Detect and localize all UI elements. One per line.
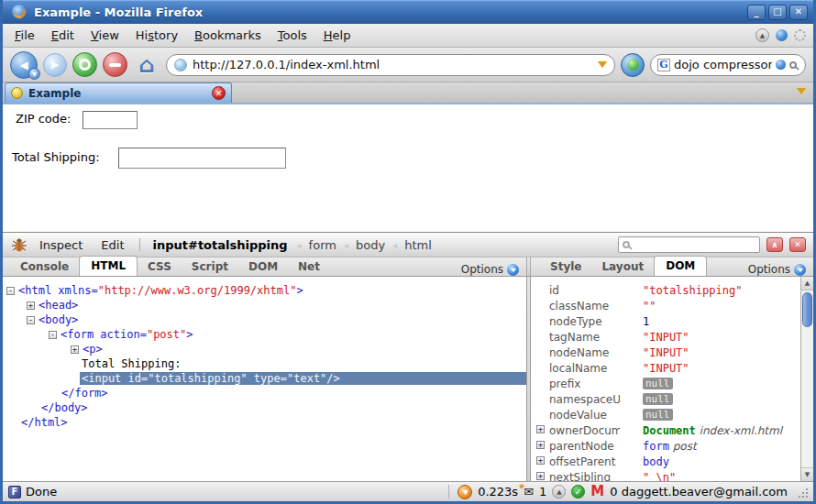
breadcrumb-body[interactable]: body (348, 238, 392, 252)
fb-tab-css[interactable]: CSS (138, 257, 182, 276)
web-search-input[interactable] (674, 58, 772, 71)
fb-side-tab-dom[interactable]: DOM (654, 256, 707, 276)
collapse-icon[interactable]: - (6, 287, 15, 295)
tab-close-icon[interactable]: ✕ (212, 86, 226, 100)
expand-icon[interactable]: + (71, 345, 79, 354)
site-favicon (174, 59, 187, 71)
window-title: Example - Mozilla Firefox (34, 5, 203, 19)
tree-row[interactable]: +<head> (3, 298, 526, 312)
firebug-icon[interactable] (10, 237, 28, 252)
collapse-icon[interactable]: - (49, 331, 57, 339)
zip-code-input[interactable] (83, 111, 138, 129)
dom-row[interactable]: +ownerDocumentDocument index-xml.html (531, 422, 800, 438)
dom-row[interactable]: className"" (531, 298, 800, 313)
gmail-icon[interactable]: M (590, 485, 604, 499)
tree-row[interactable]: -<body> (3, 312, 526, 327)
breadcrumb-html[interactable]: html (397, 238, 439, 252)
extension-f-icon[interactable]: F (8, 486, 21, 499)
scrollbar-thumb[interactable] (802, 292, 812, 327)
total-shipping-input[interactable] (118, 148, 286, 169)
home-button[interactable]: ⌂ (133, 51, 160, 79)
update-icon[interactable]: ▲ (755, 28, 769, 42)
dom-row[interactable]: +offsetParentbody (531, 454, 800, 469)
property-value: Document index-xml.html (643, 424, 782, 437)
menu-help[interactable]: Help (315, 26, 359, 45)
url-input[interactable] (193, 58, 592, 71)
google-engine-icon[interactable]: G (657, 59, 670, 71)
forward-button[interactable]: ▶ (43, 53, 67, 77)
fb-tab-net[interactable]: Net (288, 257, 330, 276)
dom-row[interactable]: nodeValuenull (531, 407, 800, 422)
html-tree-panel: -<html xmlns="http://www.w3.org/1999/xht… (3, 277, 526, 481)
search-go-icon[interactable] (789, 61, 797, 69)
options-label: Options (461, 263, 503, 276)
firebug-close-button[interactable]: ✕ (789, 237, 806, 252)
left-options-menu[interactable]: Options (461, 263, 526, 276)
tree-row[interactable]: -<form action="post"> (3, 327, 526, 342)
reload-button[interactable] (72, 52, 97, 77)
minimize-button[interactable]: _ (747, 5, 766, 20)
list-all-tabs-icon[interactable] (797, 88, 806, 94)
dom-row[interactable]: +parentNodeform post (531, 438, 800, 454)
go-button[interactable] (621, 53, 645, 77)
back-button[interactable]: ◀▼ (10, 51, 38, 79)
dom-panel-scrollbar[interactable]: ▲ ▼ (800, 277, 813, 481)
dom-row[interactable]: nodeType1 (531, 313, 800, 329)
dom-row[interactable]: +nextSibling" \n" (531, 469, 800, 481)
back-history-dropdown-icon[interactable]: ▼ (28, 68, 40, 80)
fb-side-tab-style[interactable]: Style (540, 257, 591, 276)
scroll-up-icon[interactable]: ▲ (801, 277, 813, 290)
dom-row[interactable]: localName"INPUT" (531, 360, 800, 376)
expand-icon[interactable]: + (536, 441, 545, 449)
tree-row[interactable]: +<p> (3, 342, 526, 356)
property-name: localName (549, 362, 620, 375)
firebug-minimize-button[interactable]: ∧ (766, 237, 783, 252)
edit-button[interactable]: Edit (94, 238, 131, 252)
fb-tab-dom[interactable]: DOM (238, 257, 288, 276)
menu-view[interactable]: View (83, 26, 127, 45)
dom-row[interactable]: id"totalshipping" (531, 282, 800, 298)
close-button[interactable]: ✕ (789, 5, 808, 20)
resize-grip[interactable] (797, 487, 808, 498)
inspect-button[interactable]: Inspect (32, 238, 90, 252)
search-engine-dropdown-icon[interactable] (776, 60, 786, 70)
tree-row[interactable]: </form> (3, 386, 526, 400)
maximize-button[interactable]: □ (768, 5, 787, 20)
tree-row[interactable]: Total Shipping: (3, 356, 526, 371)
tab-label: Example (28, 87, 206, 100)
breadcrumb-selected-node[interactable]: input#totalshipping (148, 238, 293, 252)
dom-row[interactable]: prefixnull (531, 376, 800, 391)
collapse-icon[interactable]: - (27, 316, 35, 324)
fb-tab-html[interactable]: HTML (79, 256, 138, 276)
fb-tab-script[interactable]: Script (182, 257, 238, 276)
breadcrumb-form[interactable]: form (302, 238, 344, 252)
tree-row[interactable]: <input id="totalshipping" type="text"/> (3, 371, 526, 386)
tree-row[interactable]: -<html xmlns="http://www.w3.org/1999/xht… (3, 283, 526, 298)
tab-example[interactable]: Example ✕ (5, 82, 232, 103)
scroll-down-icon[interactable]: ▼ (801, 467, 813, 481)
tree-row[interactable]: </html> (3, 415, 526, 430)
fb-side-tab-layout[interactable]: Layout (591, 257, 654, 276)
dom-row[interactable]: tagName"INPUT" (531, 329, 800, 345)
fb-tab-console[interactable]: Console (10, 257, 79, 276)
tree-row[interactable]: </body> (3, 400, 526, 415)
dom-row[interactable]: namespaceURInull (531, 391, 800, 407)
firebug-search-input[interactable] (634, 238, 755, 251)
fasterfox-icon[interactable] (458, 485, 472, 499)
expand-icon[interactable]: + (536, 425, 545, 433)
right-options-menu[interactable]: Options (748, 263, 813, 276)
bookmark-dropdown-icon[interactable] (598, 61, 607, 68)
dom-row[interactable]: nodeName"INPUT" (531, 345, 800, 360)
restart-icon[interactable]: ▲ (552, 485, 566, 499)
menu-file[interactable]: File (6, 26, 43, 45)
expand-icon[interactable]: + (536, 456, 545, 465)
stop-button[interactable] (103, 52, 127, 77)
menu-edit[interactable]: Edit (43, 26, 83, 45)
status-ok-icon[interactable]: ✓ (571, 485, 585, 499)
menu-bookmarks[interactable]: Bookmarks (186, 26, 270, 45)
expand-icon[interactable]: + (536, 472, 545, 480)
menu-history[interactable]: History (127, 26, 186, 45)
mail-notifier-icon[interactable]: ✦✉ (524, 485, 534, 499)
expand-icon[interactable]: + (27, 301, 35, 310)
menu-tools[interactable]: Tools (270, 26, 315, 45)
